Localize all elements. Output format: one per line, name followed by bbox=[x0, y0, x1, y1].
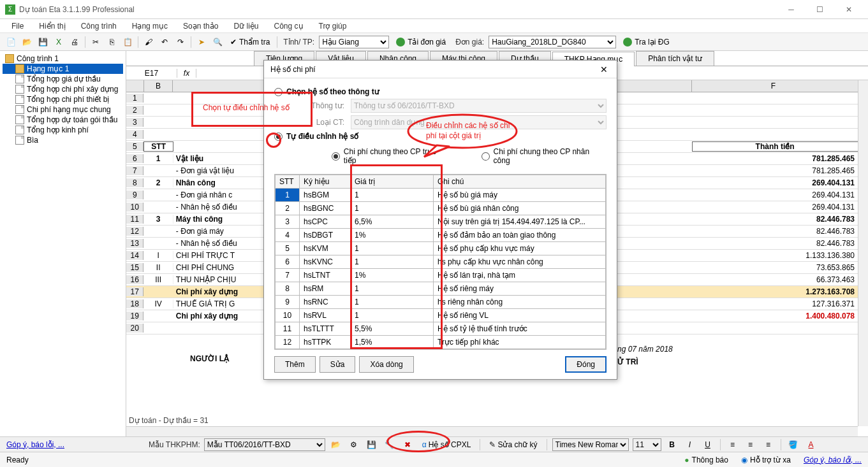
table-row[interactable]: 2hsBGNC1Hệ số bù giá nhân công bbox=[276, 202, 606, 215]
arrow-right-icon[interactable]: ➤ bbox=[195, 35, 209, 49]
thong-bao-button[interactable]: ● Thông báo bbox=[684, 456, 728, 464]
gop-y-link-left[interactable]: Góp ý, báo lỗi, ... bbox=[6, 440, 64, 449]
them-button[interactable]: Thêm bbox=[274, 356, 316, 373]
font-color-icon[interactable]: A bbox=[804, 438, 818, 452]
status-ready: Ready bbox=[6, 456, 29, 464]
save2-icon[interactable]: 💾 bbox=[365, 438, 379, 452]
menu-cong-cu[interactable]: Công cụ bbox=[267, 20, 309, 32]
table-row[interactable]: 10hsRVL1Hệ số riêng VL bbox=[276, 309, 606, 322]
tab-phan-tich-vat-tu[interactable]: Phân tích vật tư bbox=[636, 51, 714, 66]
italic-button[interactable]: I bbox=[683, 438, 697, 452]
print-icon[interactable]: 🖨 bbox=[68, 35, 82, 49]
he-so-cpxl-button[interactable]: α Hệ số CPXL bbox=[418, 439, 475, 450]
menu-cong-trinh[interactable]: Công trình bbox=[75, 20, 123, 32]
radio-cp-truc-tiep[interactable]: Chi phí chung theo CP trực tiếp bbox=[332, 147, 450, 165]
table-row[interactable]: 7hsLTNT1%Hệ số lán trại, nhà tạm bbox=[276, 269, 606, 282]
redo-icon[interactable]: ↷ bbox=[173, 35, 188, 49]
table-row[interactable]: 12hsTTPK1,5%Trực tiếp phí khác bbox=[276, 336, 606, 349]
size-select[interactable]: 11 bbox=[633, 438, 661, 451]
open-icon[interactable]: 📂 bbox=[20, 35, 34, 49]
tree-item[interactable]: Tổng hợp giá dự thầu bbox=[3, 74, 123, 84]
col-header-b[interactable]: B bbox=[144, 80, 173, 92]
dong-button[interactable]: Đóng bbox=[565, 356, 607, 373]
align-left-icon[interactable]: ≡ bbox=[726, 438, 740, 452]
underline-button[interactable]: U bbox=[701, 438, 715, 452]
tra-lai-dg-button[interactable]: Tra lại ĐG bbox=[618, 36, 675, 48]
table-row[interactable]: 11hsTLTTT5,5%Hệ số tỷ lệ thuế tính trước bbox=[276, 322, 606, 336]
table-row[interactable]: 5hsKVM1Hệ số phụ cấp khu vực máy bbox=[276, 242, 606, 255]
main-toolbar: 📄 📂 💾 X 🖨 ✂ ⎘ 📋 🖌 ↶ ↷ ➤ 🔍 ✔ Thẩm tra Tỉn… bbox=[0, 33, 868, 51]
font-select[interactable]: Times New Roman bbox=[552, 438, 629, 451]
bottom-toolbar: Góp ý, báo lỗi, ... Mẫu THKPHM: Mẫu TT06… bbox=[0, 436, 868, 452]
radio-tu-dieu-chinh[interactable]: Tự điều chỉnh hệ số bbox=[274, 132, 607, 141]
don-gia-label: Đơn giá: bbox=[453, 38, 487, 47]
mau-thkphm-label: Mẫu THKPHM: bbox=[149, 440, 200, 449]
menu-tro-giup[interactable]: Trợ giúp bbox=[313, 20, 353, 32]
excel-icon[interactable]: X bbox=[52, 35, 66, 49]
tool2-icon[interactable]: ⚙ bbox=[347, 438, 361, 452]
search-icon[interactable]: 🔍 bbox=[210, 35, 224, 49]
new-icon[interactable]: 📄 bbox=[4, 35, 18, 49]
align-center-icon[interactable]: ≡ bbox=[744, 438, 758, 452]
maximize-button[interactable]: ☐ bbox=[805, 1, 834, 18]
sua-chu-ky-button[interactable]: ✎ Sửa chữ ký bbox=[485, 439, 541, 450]
don-gia-select[interactable]: HauGiang_2018LD_DG840 bbox=[489, 36, 616, 48]
open2-icon[interactable]: 📂 bbox=[329, 438, 343, 452]
tree-item[interactable]: Tổng hợp kinh phí bbox=[3, 125, 123, 135]
dialog-close-button[interactable]: ✕ bbox=[598, 64, 610, 75]
horizontal-scrollbar[interactable] bbox=[126, 426, 858, 436]
save-icon[interactable]: 💾 bbox=[36, 35, 50, 49]
undo-icon[interactable]: ↶ bbox=[158, 35, 172, 49]
table-row[interactable]: 8hsRM1Hệ số riêng máy bbox=[276, 282, 606, 296]
mau-thkphm-select[interactable]: Mẫu TT06/2016/TT-BXD bbox=[204, 438, 325, 451]
table-row[interactable]: 3hsCPC6,5%Nội suy trên giá trị 154.494.4… bbox=[276, 215, 606, 229]
fill-color-icon[interactable]: 🪣 bbox=[786, 438, 800, 452]
tinh-tp-select[interactable]: Hậu Giang bbox=[319, 36, 389, 48]
doc-icon bbox=[15, 95, 24, 104]
table-row[interactable]: 4hsDBGT1%Hệ số đảm bảo an toàn giao thôn… bbox=[276, 229, 606, 242]
cut-icon[interactable]: ✂ bbox=[89, 35, 103, 49]
fx-icon[interactable]: fx bbox=[177, 69, 196, 78]
tree-item[interactable]: Chi phí hạng mục chung bbox=[3, 104, 123, 115]
align-right-icon[interactable]: ≡ bbox=[761, 438, 776, 452]
bold-button[interactable]: B bbox=[665, 438, 679, 452]
cell-reference[interactable]: E17 bbox=[126, 69, 177, 78]
tool3-icon[interactable]: 🔧 bbox=[383, 438, 397, 452]
table-row[interactable]: 6hsKVNC1hs phụ cấp khu vực nhân công bbox=[276, 255, 606, 269]
tham-tra-button[interactable]: ✔ Thẩm tra bbox=[226, 38, 274, 47]
table-row[interactable]: 1hsBGM1Hệ số bù giá máy bbox=[276, 189, 606, 202]
minimize-button[interactable]: ─ bbox=[777, 1, 805, 18]
menubar: File Hiển thị Công trình Hạng mục Soạn t… bbox=[0, 19, 868, 33]
tree-item[interactable]: Tổng hợp chi phí thiết bị bbox=[3, 94, 123, 104]
menu-du-lieu[interactable]: Dữ liệu bbox=[227, 20, 265, 32]
menu-hien-thi[interactable]: Hiển thị bbox=[33, 20, 71, 32]
close-button[interactable]: ✕ bbox=[834, 1, 863, 18]
radio-chon-he-so[interactable]: Chọn hệ số theo thông tư bbox=[274, 87, 607, 96]
vertical-scrollbar[interactable] bbox=[858, 80, 868, 426]
xoa-dong-button[interactable]: Xóa dòng bbox=[359, 356, 413, 373]
table-row[interactable]: 9hsRNC1hs riêng nhân công bbox=[276, 296, 606, 309]
th-ky-hieu: Ký hiệu bbox=[300, 175, 351, 189]
ho-tro-button[interactable]: ◉ Hỗ trợ từ xa bbox=[741, 456, 791, 464]
sua-button[interactable]: Sửa bbox=[320, 356, 356, 373]
gop-y-link-right[interactable]: Góp ý, báo lỗi, ... bbox=[804, 456, 862, 464]
menu-soan-thao[interactable]: Soạn thảo bbox=[177, 20, 224, 32]
menu-hang-muc[interactable]: Hạng mục bbox=[126, 20, 174, 32]
radio-on-icon bbox=[332, 152, 340, 161]
tinh-tp-label: Tỉnh/ TP: bbox=[281, 38, 317, 47]
menu-file[interactable]: File bbox=[5, 20, 30, 32]
delete-icon[interactable]: ✖ bbox=[401, 438, 415, 452]
tai-don-gia-button[interactable]: Tải đơn giá bbox=[391, 36, 451, 48]
copy-icon[interactable]: ⎘ bbox=[105, 35, 119, 49]
paste-icon[interactable]: 📋 bbox=[121, 35, 135, 49]
tree-item[interactable]: Hạng mục 1 bbox=[3, 64, 123, 74]
tree-root[interactable]: Công trình 1 bbox=[3, 54, 123, 64]
statusbar: Ready ● Thông báo ◉ Hỗ trợ từ xa Góp ý, … bbox=[0, 452, 868, 467]
tree-item[interactable]: Bìa bbox=[3, 135, 123, 145]
tree-item[interactable]: Tổng hợp chi phí xây dựng bbox=[3, 84, 123, 94]
brush-icon[interactable]: 🖌 bbox=[142, 35, 156, 49]
col-header-f[interactable]: F bbox=[692, 80, 868, 92]
tree-item[interactable]: Tổng hợp dự toán gói thầu bbox=[3, 115, 123, 125]
radio-cp-nhan-cong[interactable]: Chi phí chung theo CP nhân công bbox=[482, 147, 607, 165]
he-so-table[interactable]: STT Ký hiệu Giá trị Ghi chú 1hsBGM1Hệ số… bbox=[275, 175, 606, 349]
